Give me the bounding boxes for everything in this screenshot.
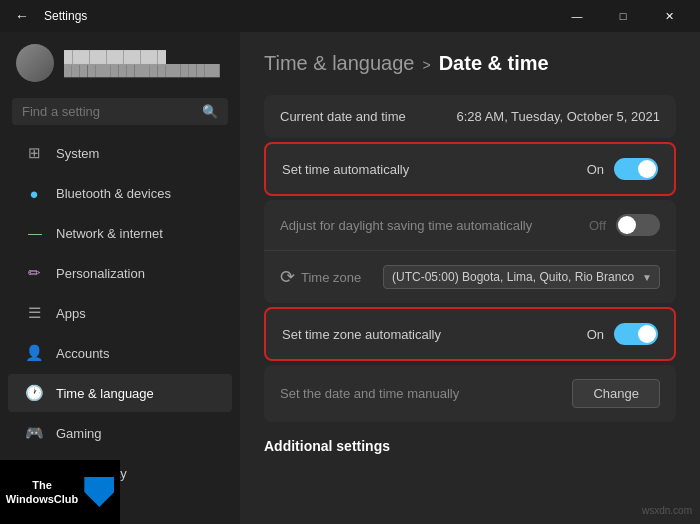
- personalization-icon: ✏: [24, 263, 44, 283]
- daylight-toggle[interactable]: [616, 214, 660, 236]
- accounts-icon: 👤: [24, 343, 44, 363]
- set-time-auto-card: Set time automatically On: [264, 142, 676, 196]
- current-date-label: Current date and time: [280, 109, 406, 124]
- daylight-label: Adjust for daylight saving time automati…: [280, 218, 532, 233]
- daylight-toggle-knob: [618, 216, 636, 234]
- logo-line2: WindowsClub: [6, 492, 79, 506]
- gaming-icon: 🎮: [24, 423, 44, 443]
- timezone-dropdown-wrapper: (UTC-05:00) Bogota, Lima, Quito, Rio Bra…: [383, 265, 660, 289]
- time-icon: 🕐: [24, 383, 44, 403]
- timezone-toggle-knob: [638, 325, 656, 343]
- manual-date-card: Set the date and time manually Change: [264, 365, 676, 422]
- search-bar[interactable]: 🔍: [12, 98, 228, 125]
- search-icon: 🔍: [202, 104, 218, 119]
- search-input[interactable]: [22, 104, 194, 119]
- additional-settings-title: Additional settings: [264, 438, 676, 454]
- set-timezone-auto-value: On: [587, 327, 604, 342]
- sidebar-item-apps[interactable]: ☰ Apps: [8, 294, 232, 332]
- set-timezone-auto-label: Set time zone automatically: [282, 327, 441, 342]
- close-button[interactable]: ✕: [646, 0, 692, 32]
- watermark: wsxdn.com: [642, 505, 692, 516]
- user-section: ████████████ ████████████████████: [0, 32, 240, 94]
- timezone-left: ⟳ Time zone: [280, 266, 361, 288]
- sidebar-item-label-network: Network & internet: [56, 226, 163, 241]
- bluetooth-icon: ●: [24, 183, 44, 203]
- set-timezone-auto-row: Set time zone automatically On: [266, 309, 674, 359]
- avatar-image: [16, 44, 54, 82]
- change-button[interactable]: Change: [572, 379, 660, 408]
- current-date-row: Current date and time 6:28 AM, Tuesday, …: [264, 95, 676, 138]
- set-time-auto-right: On: [587, 158, 658, 180]
- sidebar-item-system[interactable]: ⊞ System: [8, 134, 232, 172]
- main-layout: ████████████ ████████████████████ 🔍 ⊞ Sy…: [0, 32, 700, 524]
- timezone-icon: ⟳: [280, 266, 295, 288]
- sidebar: ████████████ ████████████████████ 🔍 ⊞ Sy…: [0, 32, 240, 524]
- sidebar-item-label-system: System: [56, 146, 99, 161]
- timezone-select[interactable]: (UTC-05:00) Bogota, Lima, Quito, Rio Bra…: [383, 265, 660, 289]
- user-email: ████████████████████: [64, 64, 220, 76]
- daylight-card: Adjust for daylight saving time automati…: [264, 200, 676, 303]
- sidebar-item-label-accounts: Accounts: [56, 346, 109, 361]
- sidebar-item-personalization[interactable]: ✏ Personalization: [8, 254, 232, 292]
- daylight-row: Adjust for daylight saving time automati…: [264, 200, 676, 251]
- set-timezone-auto-right: On: [587, 323, 658, 345]
- set-timezone-auto-toggle[interactable]: [614, 323, 658, 345]
- title-bar-controls: — □ ✕: [554, 0, 692, 32]
- manual-date-row: Set the date and time manually Change: [264, 365, 676, 422]
- daylight-value: Off: [589, 218, 606, 233]
- sidebar-item-label-gaming: Gaming: [56, 426, 102, 441]
- minimize-button[interactable]: —: [554, 0, 600, 32]
- current-date-card: Current date and time 6:28 AM, Tuesday, …: [264, 95, 676, 138]
- apps-icon: ☰: [24, 303, 44, 323]
- logo-text-block: The WindowsClub: [6, 478, 79, 507]
- sidebar-item-label-apps: Apps: [56, 306, 86, 321]
- logo-overlay: The WindowsClub: [0, 460, 120, 524]
- set-time-auto-row: Set time automatically On: [266, 144, 674, 194]
- sidebar-item-label-personalization: Personalization: [56, 266, 145, 281]
- timezone-row: ⟳ Time zone (UTC-05:00) Bogota, Lima, Qu…: [264, 251, 676, 303]
- logo-icon: [84, 477, 114, 507]
- sidebar-item-time[interactable]: 🕐 Time & language: [8, 374, 232, 412]
- current-date-value: 6:28 AM, Tuesday, October 5, 2021: [456, 109, 660, 124]
- sidebar-item-bluetooth[interactable]: ● Bluetooth & devices: [8, 174, 232, 212]
- user-name: ████████████: [64, 50, 220, 64]
- breadcrumb-separator: >: [422, 57, 430, 73]
- page-title: Date & time: [439, 52, 549, 75]
- set-time-auto-toggle[interactable]: [614, 158, 658, 180]
- toggle-knob: [638, 160, 656, 178]
- daylight-right: Off: [589, 214, 660, 236]
- network-icon: ⸻: [24, 223, 44, 243]
- maximize-button[interactable]: □: [600, 0, 646, 32]
- breadcrumb-prefix: Time & language: [264, 52, 414, 75]
- title-bar: ← Settings — □ ✕: [0, 0, 700, 32]
- logo-row: The WindowsClub: [6, 477, 115, 507]
- logo-line1: The: [6, 478, 79, 492]
- sidebar-item-network[interactable]: ⸻ Network & internet: [8, 214, 232, 252]
- timezone-label: Time zone: [301, 270, 361, 285]
- back-button[interactable]: ←: [8, 2, 36, 30]
- set-time-auto-label: Set time automatically: [282, 162, 409, 177]
- avatar: [16, 44, 54, 82]
- page-title-row: Time & language > Date & time: [264, 52, 676, 75]
- set-time-auto-value: On: [587, 162, 604, 177]
- sidebar-item-gaming[interactable]: 🎮 Gaming: [8, 414, 232, 452]
- title-bar-title: Settings: [44, 9, 87, 23]
- sidebar-item-label-bluetooth: Bluetooth & devices: [56, 186, 171, 201]
- system-icon: ⊞: [24, 143, 44, 163]
- user-info: ████████████ ████████████████████: [64, 50, 220, 76]
- manual-date-label: Set the date and time manually: [280, 386, 459, 401]
- sidebar-item-accounts[interactable]: 👤 Accounts: [8, 334, 232, 372]
- title-bar-left: ← Settings: [8, 2, 87, 30]
- sidebar-item-label-time: Time & language: [56, 386, 154, 401]
- content-area: Time & language > Date & time Current da…: [240, 32, 700, 524]
- set-timezone-auto-card: Set time zone automatically On: [264, 307, 676, 361]
